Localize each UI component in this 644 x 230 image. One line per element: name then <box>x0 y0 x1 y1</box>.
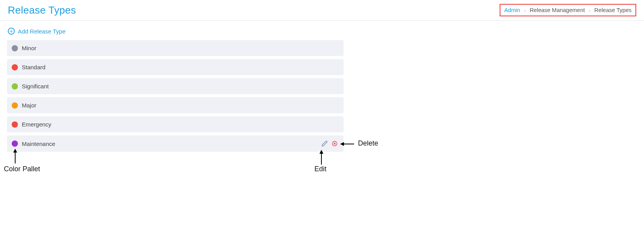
plus-circle-icon: + <box>8 28 15 35</box>
release-type-label: Standard <box>22 64 339 70</box>
breadcrumb: Admin › Release Management › Release Typ… <box>500 4 636 16</box>
chevron-right-icon: › <box>524 7 526 13</box>
release-type-label: Emergency <box>22 121 339 128</box>
arrow-line <box>15 152 16 163</box>
color-dot-icon[interactable] <box>12 83 18 90</box>
color-dot-icon[interactable] <box>12 121 18 128</box>
arrow-line <box>343 144 354 144</box>
color-dot-icon[interactable] <box>12 140 18 147</box>
add-release-type-label: Add Release Type <box>18 28 65 35</box>
main-content: + Add Release Type MinorStandardSignific… <box>0 21 644 159</box>
release-type-label: Major <box>22 102 339 109</box>
release-type-label: Minor <box>22 45 339 51</box>
edit-icon[interactable] <box>321 140 328 147</box>
breadcrumb-release-types: Release Types <box>594 7 632 13</box>
release-type-row[interactable]: Maintenance <box>7 135 344 152</box>
arrow-line <box>321 153 322 165</box>
release-type-label: Significant <box>22 83 339 90</box>
annotation-edit: Edit <box>314 165 326 173</box>
breadcrumb-release-management[interactable]: Release Management <box>530 7 585 13</box>
annotation-delete: Delete <box>358 139 378 147</box>
chevron-right-icon: › <box>589 7 590 13</box>
release-type-row[interactable]: Minor <box>7 40 344 56</box>
row-actions <box>321 140 338 147</box>
annotation-color-pallet: Color Pallet <box>4 165 40 173</box>
color-dot-icon[interactable] <box>12 45 18 51</box>
release-type-label: Maintenance <box>22 140 317 147</box>
page-title: Release Types <box>8 4 76 16</box>
release-type-row[interactable]: Significant <box>7 78 344 94</box>
add-release-type-button[interactable]: + Add Release Type <box>7 28 637 35</box>
release-type-row[interactable]: Standard <box>7 59 344 75</box>
release-type-row[interactable]: Emergency <box>7 116 344 132</box>
color-dot-icon[interactable] <box>12 102 18 109</box>
page-header: Release Types Admin › Release Management… <box>0 0 644 21</box>
release-type-list: MinorStandardSignificantMajorEmergencyMa… <box>7 40 344 152</box>
breadcrumb-admin[interactable]: Admin <box>504 7 520 13</box>
delete-icon[interactable] <box>331 140 338 147</box>
release-type-row[interactable]: Major <box>7 97 344 113</box>
color-dot-icon[interactable] <box>12 64 18 70</box>
